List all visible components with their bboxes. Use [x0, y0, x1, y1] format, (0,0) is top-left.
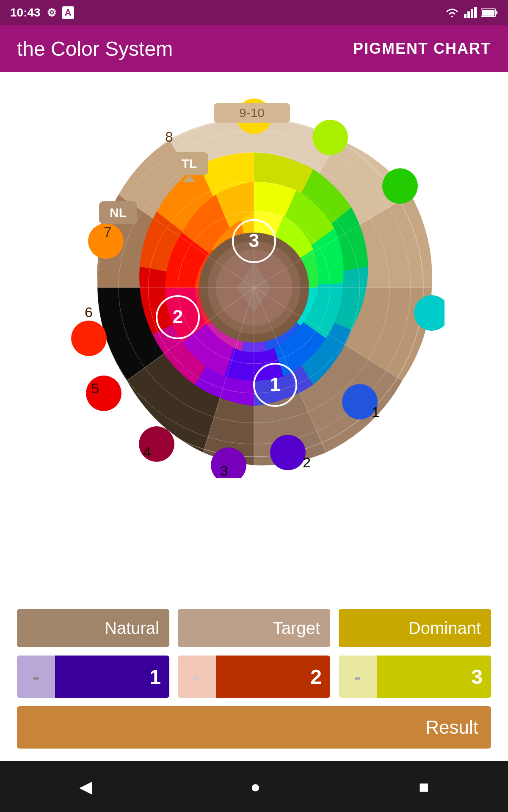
- svg-rect-1: [467, 11, 470, 18]
- color-wheel-container: 1 2 3 9-10 8 7 6 5 4 3 2 1: [64, 97, 444, 478]
- minus-icon-3: -: [339, 656, 377, 698]
- color-wheel[interactable]: 1 2 3 9-10 8 7 6 5 4 3 2 1: [64, 97, 444, 478]
- battery-icon: [481, 8, 498, 17]
- status-bar-right: [444, 7, 498, 18]
- natural-card[interactable]: Natural: [17, 609, 169, 647]
- svg-point-34: [270, 435, 306, 470]
- svg-rect-2: [471, 9, 473, 18]
- time-display: 10:43: [10, 6, 41, 19]
- target-card[interactable]: Target: [178, 609, 330, 647]
- svg-text:NL: NL: [110, 206, 127, 219]
- back-button[interactable]: ◀: [79, 777, 92, 796]
- pigment-number-2: 2: [216, 656, 330, 698]
- dominant-card[interactable]: Dominant: [339, 609, 491, 647]
- bottom-panel: Natural Target Dominant - 1 - 2: [0, 596, 508, 761]
- panel-label-row: Natural Target Dominant: [17, 609, 491, 647]
- dominant-label: Dominant: [409, 619, 481, 638]
- svg-text:9-10: 9-10: [239, 106, 265, 120]
- svg-point-26: [312, 120, 348, 155]
- pigment-number-3: 3: [377, 656, 491, 698]
- svg-text:1: 1: [372, 404, 380, 420]
- result-bar[interactable]: Result: [17, 706, 491, 749]
- pigment-number-1: 1: [55, 656, 169, 698]
- app-title: the Color System: [17, 37, 173, 60]
- wifi-icon: [444, 7, 460, 18]
- signal-icon: [464, 7, 477, 18]
- svg-text:6: 6: [85, 304, 93, 320]
- svg-rect-5: [496, 11, 497, 14]
- svg-point-30: [71, 321, 107, 356]
- minus-icon-2: -: [178, 656, 216, 698]
- pigment-item-1[interactable]: - 1: [17, 656, 169, 698]
- accessibility-icon: A: [62, 6, 74, 19]
- panel-number-row: - 1 - 2 - 3: [17, 656, 491, 698]
- svg-rect-6: [482, 10, 494, 16]
- result-label: Result: [425, 717, 478, 738]
- settings-icon: ⚙: [47, 6, 56, 19]
- status-bar: 10:43 ⚙ A: [0, 0, 508, 25]
- svg-rect-3: [474, 7, 477, 18]
- svg-point-27: [382, 168, 418, 204]
- app-bar: the Color System PIGMENT CHART: [0, 25, 508, 72]
- svg-text:8: 8: [165, 129, 173, 145]
- minus-icon-1: -: [17, 656, 55, 698]
- status-bar-left: 10:43 ⚙ A: [10, 6, 74, 19]
- svg-text:TL: TL: [182, 156, 197, 170]
- recent-button[interactable]: ■: [419, 777, 429, 796]
- svg-text:4: 4: [143, 444, 151, 460]
- svg-text:7: 7: [104, 224, 112, 240]
- pigment-chart-title: PIGMENT CHART: [353, 40, 491, 58]
- nav-bar: ◀ ● ■: [0, 761, 508, 812]
- svg-text:3: 3: [220, 463, 228, 478]
- home-button[interactable]: ●: [250, 777, 260, 796]
- svg-rect-0: [464, 14, 467, 18]
- target-label: Target: [273, 619, 320, 638]
- pigment-item-3[interactable]: - 3: [339, 656, 491, 698]
- svg-text:3: 3: [249, 230, 259, 251]
- pigment-item-2[interactable]: - 2: [178, 656, 330, 698]
- svg-text:2: 2: [303, 454, 311, 470]
- svg-text:2: 2: [173, 306, 183, 327]
- natural-label: Natural: [105, 619, 159, 638]
- svg-text:5: 5: [91, 380, 99, 396]
- svg-text:1: 1: [270, 374, 280, 395]
